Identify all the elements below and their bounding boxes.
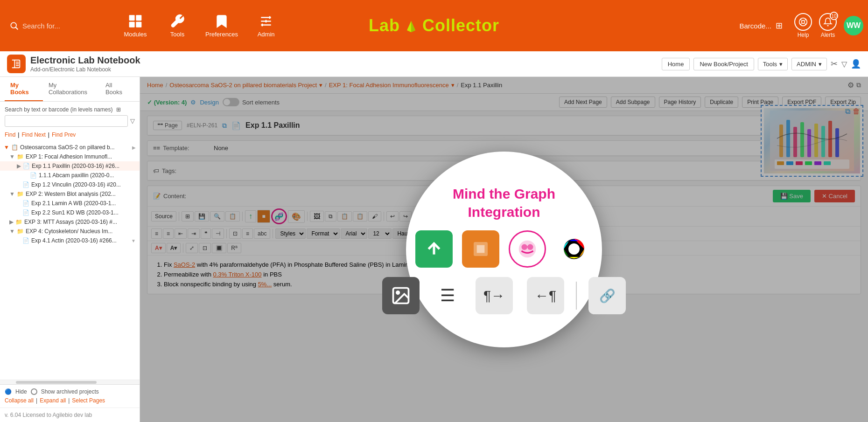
expand-all-link[interactable]: Expand all — [40, 397, 66, 404]
home-button[interactable]: Home — [662, 58, 690, 70]
modules-icon — [128, 14, 143, 29]
tree-item-exp4[interactable]: ▼ 📁 EXP 4: Cytoskeleton/ Nucleus Im... — [0, 227, 140, 236]
version-label: v. 6.04 Licensed to Agilebio dev lab — [0, 408, 140, 422]
sidebar: My Books My Collaborations All Books Sea… — [0, 77, 140, 422]
eln-title: Electronic Lab Notebook — [30, 55, 140, 66]
collapse-icon: ▼ — [4, 144, 9, 151]
global-search-container — [9, 21, 116, 30]
archived-projects-row: 🔵 Hide Show archived projects — [5, 388, 135, 395]
svg-rect-2 — [129, 15, 135, 21]
tree-item-exp1-2[interactable]: 📄 Exp 1.2 Vinculin (2020-03-16) #20... — [0, 180, 140, 189]
tree-item-exp1[interactable]: ▼ 📁 EXP 1: Focal Adhesion Immunofl... — [0, 152, 140, 161]
modal-divider — [576, 282, 577, 310]
hide-radio[interactable]: 🔵 — [5, 388, 12, 395]
modal-para-left-icon[interactable]: ←¶ — [527, 277, 564, 314]
modal-orange-icon[interactable] — [462, 230, 499, 268]
collapse-icon: ▼ — [9, 191, 15, 197]
filter-icon-btn[interactable]: ▽ — [841, 60, 847, 69]
svg-point-42 — [519, 241, 535, 256]
barcode-scan-icon: ⊞ — [116, 106, 121, 113]
modal-lines-icon[interactable]: ☰ — [429, 277, 466, 314]
svg-point-0 — [11, 22, 16, 28]
find-link[interactable]: Find — [5, 131, 15, 138]
tree-item-exp3[interactable]: ▶ 📁 EXP 3: MTT Assays (2020-03-16) #... — [0, 217, 140, 227]
tree-item-exp2[interactable]: ▼ 📁 EXP 2: Western Blot analysis (202... — [0, 189, 140, 199]
book-icon: 📋 — [11, 144, 18, 151]
folder-icon: 📁 — [17, 191, 24, 197]
svg-point-43 — [522, 244, 528, 250]
svg-line-19 — [800, 24, 801, 25]
tree-label: Exp 1.1 Paxillin (2020-03-16) #26... — [32, 163, 136, 169]
svg-line-1 — [15, 27, 18, 29]
lifesaver-icon — [798, 17, 808, 27]
tab-my-collaborations[interactable]: My Collaborations — [43, 77, 100, 101]
sidebar-filter-icon[interactable]: ▽ — [130, 118, 135, 125]
svg-rect-41 — [477, 245, 485, 253]
tree-item-exp1-1[interactable]: ▶ 📄 Exp 1.1 Paxillin (2020-03-16) #26... — [0, 161, 140, 171]
tab-all-books[interactable]: All Books — [100, 77, 135, 101]
sidebar-search-label: Search by text or barcode (in levels nam… — [5, 106, 135, 113]
page-icon: 📄 — [22, 181, 29, 188]
sidebar-search-input[interactable] — [5, 115, 128, 127]
svg-point-44 — [527, 244, 533, 250]
find-prev-link[interactable]: Find Prev — [52, 131, 76, 138]
tree-label: Exp 1.2 Vinculin (2020-03-16) #20... — [31, 181, 136, 188]
barcode-btn[interactable]: Barcode... ⊞ — [739, 21, 783, 31]
search-icon — [9, 21, 19, 30]
modal-overlay[interactable]: Mind the Graph Integration — [140, 77, 868, 422]
svg-line-17 — [805, 24, 806, 25]
svg-rect-5 — [136, 22, 141, 28]
sidebar-hscrollbar[interactable] — [0, 380, 140, 384]
upload-arrow-icon — [425, 240, 443, 258]
tree-item-book[interactable]: ▼ 📋 Osteosarcoma SaOS-2 on pillared b...… — [0, 143, 140, 152]
tree-item-exp1-1-1[interactable]: 📄 1.1.1 Abcam paxillin (2020-0... — [0, 171, 140, 180]
tree-label: Exp 2.2 Sun1 KD WB (2020-03-1... — [31, 209, 136, 216]
preferences-nav[interactable]: Preferences — [205, 14, 238, 38]
modal-mindgraph-icon[interactable] — [509, 230, 546, 268]
select-pages-link[interactable]: Select Pages — [72, 397, 105, 404]
sidebar-search-container: Search by text or barcode (in levels nam… — [0, 102, 140, 131]
user-profile-icon[interactable]: 👤 — [851, 59, 861, 69]
search-input[interactable] — [22, 22, 116, 30]
show-archived-radio[interactable] — [31, 388, 37, 395]
collapse-icon: ▼ — [9, 153, 15, 160]
modal-upload-icon[interactable] — [415, 230, 453, 268]
help-button[interactable]: Help — [794, 13, 812, 38]
page-icon: 📄 — [23, 163, 30, 169]
modal-icons-row1 — [415, 230, 593, 268]
new-book-button[interactable]: New Book/Project — [693, 58, 754, 70]
modules-nav[interactable]: Modules — [121, 14, 149, 38]
eln-title-block: Electronic Lab Notebook Add-on/Electroni… — [30, 55, 140, 73]
second-bar-actions: Home New Book/Project Tools ▾ ADMIN ▾ ✂ … — [662, 58, 861, 70]
user-avatar[interactable]: WW — [844, 16, 863, 35]
tree-label: 1.1.1 Abcam paxillin (2020-0... — [39, 172, 136, 179]
alerts-button[interactable]: 10 Alerts — [819, 13, 837, 38]
collapse-all-link[interactable]: Collapse all — [5, 397, 34, 404]
sidebar-tree-actions: Collapse all | Expand all | Select Pages — [5, 397, 135, 404]
tree-item-exp4-1[interactable]: 📄 Exp 4.1 Actin (2020-03-16) #266... ▼ — [0, 236, 140, 245]
color-wheel-svg — [562, 237, 586, 261]
modal-icons-row2: ☰ ¶→ ←¶ 🔗 — [382, 277, 626, 314]
modal-colorwheel-icon[interactable] — [555, 230, 593, 268]
tools-dropdown-button[interactable]: Tools ▾ — [758, 58, 788, 70]
modal-image-dark-icon[interactable] — [382, 277, 420, 314]
admin-dropdown-button[interactable]: ADMIN ▾ — [791, 58, 827, 70]
admin-nav[interactable]: Admin — [252, 14, 280, 38]
svg-line-16 — [800, 19, 801, 20]
brain-icon — [516, 237, 539, 261]
tools-dropdown-arrow: ▾ — [779, 61, 783, 68]
sidebar-hscroll-thumb — [16, 381, 97, 384]
edit-icon-btn[interactable]: ✂ — [831, 59, 838, 69]
tab-my-books[interactable]: My Books — [5, 77, 43, 101]
svg-rect-4 — [129, 22, 135, 28]
tree-item-exp2-1[interactable]: 📄 Exp 2.1 Lamin A WB (2020-03-1... — [0, 199, 140, 208]
folder-icon: 📁 — [15, 219, 22, 225]
tree-item-exp2-2[interactable]: 📄 Exp 2.2 Sun1 KD WB (2020-03-1... — [0, 208, 140, 217]
folder-icon: 📁 — [17, 228, 24, 235]
folder-icon: 📁 — [17, 153, 24, 160]
modal-para-right-icon[interactable]: ¶→ — [476, 277, 513, 314]
find-next-link[interactable]: Find Next — [21, 131, 45, 138]
tools-nav[interactable]: Tools — [163, 14, 191, 38]
modal-link-icon[interactable]: 🔗 — [588, 277, 626, 314]
hide-label: Hide — [15, 388, 27, 395]
